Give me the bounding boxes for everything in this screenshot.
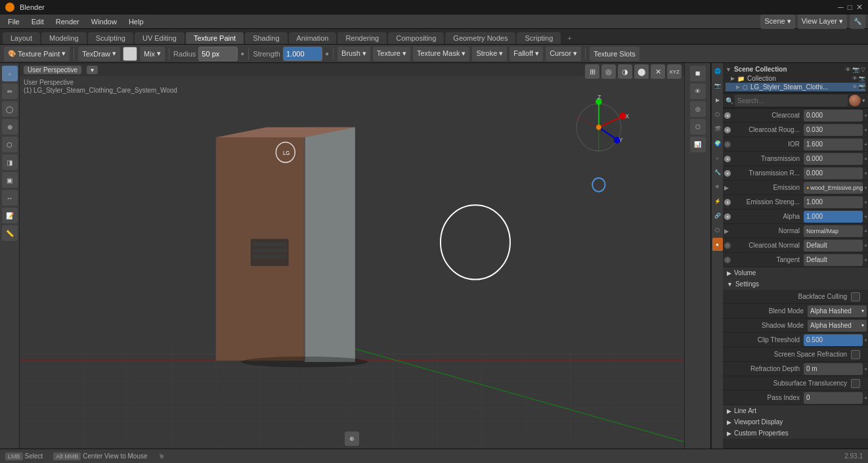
radius-value[interactable]: 50 px [198, 47, 238, 61]
menu-edit[interactable]: Edit [26, 16, 49, 27]
prop-checkbox-screen-refraction[interactable] [851, 350, 860, 359]
object-camera-icon[interactable]: 📷 [859, 84, 865, 90]
prop-dot-transmission-r[interactable]: ● [724, 170, 731, 177]
prop-value-tangent[interactable]: Default [804, 254, 863, 266]
prop-value-blend-mode[interactable]: Alpha Hashed ▾ [808, 305, 867, 317]
prop-icon-constraints[interactable]: 🔗 [712, 209, 723, 222]
tab-animation[interactable]: Animation [289, 32, 337, 44]
prop-dot-clearcoat-normal[interactable]: ○ [724, 242, 731, 249]
section-viewport-display[interactable]: ▶ Viewport Display [723, 416, 868, 428]
view-layer-selector[interactable]: View Layer ▾ [798, 14, 847, 29]
collection-eye-icon[interactable]: 👁 [852, 76, 857, 81]
prop-icon-modifiers[interactable]: 🔧 [712, 165, 723, 179]
tab-modeling[interactable]: Modeling [41, 32, 87, 44]
tool-fill[interactable]: ◨ [2, 154, 18, 170]
viewport-icon-4[interactable]: ⬡ [690, 119, 706, 135]
viewport-shading-options[interactable]: XYZ [667, 64, 682, 79]
texture-mask-button[interactable]: Texture Mask ▾ [413, 47, 469, 61]
tab-rendering[interactable]: Rendering [337, 32, 387, 44]
viewport[interactable]: User Perspective ▾ User Perspective (1) … [20, 63, 684, 449]
viewport-center-icon[interactable]: ⊕ [345, 431, 359, 446]
viewport-overlay-toggle[interactable]: ◎ [601, 64, 616, 79]
prop-icon-world[interactable]: 🌍 [712, 137, 723, 150]
prop-icon-material[interactable]: ● [712, 238, 723, 251]
viewport-icon-5[interactable]: 📊 [690, 137, 706, 152]
prop-value-clearcoat-rough[interactable]: 0.030 [804, 124, 863, 136]
viewport-shading-rendered[interactable]: ✕ [651, 64, 665, 79]
prop-icon-object[interactable]: ⬦ [712, 151, 723, 164]
prop-value-pass-index[interactable]: 0 [804, 392, 863, 404]
prop-icon-render[interactable]: 📷 [712, 79, 723, 92]
prop-icon-scene[interactable]: 🌐 [712, 64, 723, 77]
viewport-icon-2[interactable]: 👁 [690, 83, 706, 99]
scene-icon-filter[interactable]: ▽ [861, 66, 865, 73]
prop-value-transmission[interactable]: 0.000 [804, 153, 863, 165]
strength-value[interactable]: 1.000 [283, 47, 322, 61]
menu-window[interactable]: Window [86, 16, 122, 27]
tool-transform[interactable]: ↔ [2, 190, 18, 206]
cursor-button[interactable]: Cursor ▾ [546, 47, 581, 61]
tab-scripting[interactable]: Scripting [517, 32, 561, 44]
prop-value-clearcoat-normal[interactable]: Default [804, 240, 863, 252]
tool-smear[interactable]: ⊕ [2, 119, 18, 135]
viewport-icon-3[interactable]: ◎ [690, 101, 706, 117]
tab-add[interactable]: + [562, 32, 576, 44]
scene-icon-eye[interactable]: 👁 [845, 66, 851, 73]
minimize-button[interactable]: ─ [838, 3, 844, 12]
mode-selector[interactable]: 🎨 Texture Paint ▾ [4, 47, 70, 61]
section-custom-props[interactable]: ▶ Custom Properties [723, 428, 868, 439]
object-item[interactable]: ▶ ⬡ LG_Styler_Steam_Clothi... 👁 📷 [726, 83, 865, 91]
prop-dot-ior[interactable]: ○ [724, 141, 731, 148]
prop-value-clip-threshold[interactable]: 0.500 [804, 334, 863, 346]
falloff-button[interactable]: Falloff ▾ [510, 47, 543, 61]
close-button[interactable]: ✕ [856, 3, 863, 12]
section-volume[interactable]: ▶ Volume [723, 267, 868, 278]
menu-help[interactable]: Help [123, 16, 149, 27]
prop-dot-transmission[interactable]: ● [724, 156, 731, 162]
brush-button[interactable]: Brush ▾ [337, 47, 370, 61]
section-line-art[interactable]: ▶ Line Art [723, 405, 868, 416]
prop-checkbox-subsurface[interactable] [851, 379, 860, 388]
tab-geometry-nodes[interactable]: Geometry Nodes [445, 32, 515, 44]
tool-soften[interactable]: ◯ [2, 101, 18, 117]
texture-slots-button[interactable]: Texture Slots [590, 47, 640, 61]
prop-dot-tangent[interactable]: ○ [724, 257, 731, 263]
prop-value-transmission-r[interactable]: 0.000 [804, 167, 863, 179]
maximize-button[interactable]: □ [848, 3, 852, 12]
stroke-button[interactable]: Stroke ▾ [472, 47, 507, 61]
blend-mode-selector[interactable]: Mix ▾ [140, 47, 165, 61]
viewport-shading-solid[interactable]: ◑ [618, 64, 632, 79]
material-dropdown[interactable]: ▾ [862, 97, 865, 104]
tab-uv-editing[interactable]: UV Editing [135, 32, 184, 44]
prop-value-alpha[interactable]: 1.000 [804, 211, 863, 223]
tab-shading[interactable]: Shading [245, 32, 287, 44]
prop-value-shadow-mode[interactable]: Alpha Hashed ▾ [808, 320, 867, 332]
prop-dot-alpha[interactable]: ● [724, 213, 731, 220]
prop-icon-scene2[interactable]: 🎬 [712, 122, 723, 135]
tool-select[interactable]: ⬦ [2, 66, 18, 81]
tool-mask[interactable]: ▣ [2, 172, 18, 188]
prop-icon-output[interactable]: ▶ [712, 93, 723, 106]
object-eye-icon[interactable]: 👁 [852, 84, 857, 90]
prop-triangle-emission[interactable]: ▶ [724, 185, 733, 191]
prop-dot-emission-strength[interactable]: ● [724, 199, 731, 206]
tab-compositing[interactable]: Compositing [388, 32, 444, 44]
prop-icon-physics[interactable]: ⚡ [712, 194, 723, 208]
viewport-icon-1[interactable]: 🔲 [690, 66, 706, 81]
tool-draw[interactable]: ✏ [2, 83, 18, 99]
prop-checkbox-backface[interactable] [851, 292, 860, 301]
prop-value-emission-strength[interactable]: 1.000 [804, 196, 863, 208]
tab-texture-paint[interactable]: Texture Paint [186, 32, 244, 44]
prop-icon-view-layer[interactable]: ⬡ [712, 108, 723, 121]
tab-sculpting[interactable]: Sculpting [88, 32, 133, 44]
prop-value-normal[interactable]: Normal/Map [804, 225, 863, 237]
tool-annotate[interactable]: 📝 [2, 208, 18, 223]
color-swatch[interactable] [123, 47, 137, 61]
view-perspective-btn[interactable]: User Perspective [24, 66, 81, 74]
prop-value-clearcoat[interactable]: 0.000 [804, 110, 863, 121]
prop-icon-object-data[interactable]: ⬡ [712, 223, 723, 236]
prop-value-refraction-depth[interactable]: 0 m [804, 363, 863, 375]
tool-clone[interactable]: ⬡ [2, 137, 18, 152]
menu-render[interactable]: Render [51, 16, 85, 27]
viewport-shading-material[interactable]: ⬤ [634, 64, 649, 79]
